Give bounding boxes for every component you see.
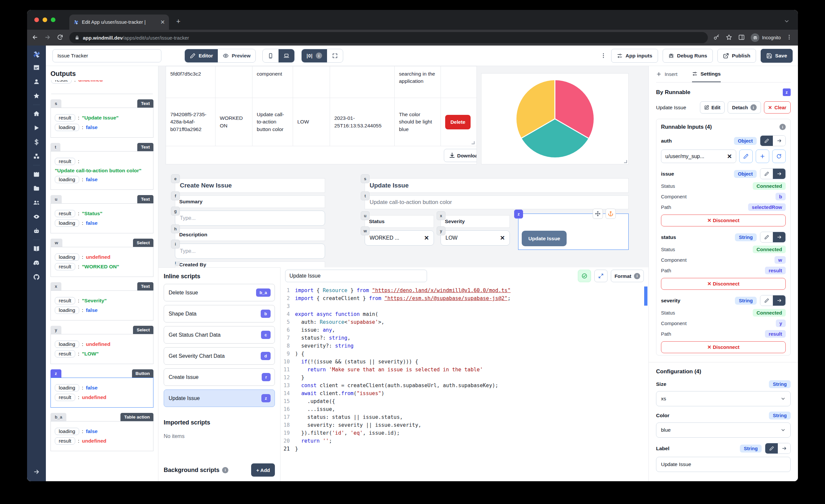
connect-mode-button[interactable] — [773, 136, 785, 146]
script-item-b_a[interactable]: Delete Issueb_a — [164, 284, 275, 301]
format-button[interactable]: Formati — [611, 270, 644, 282]
connect-mode-button[interactable] — [773, 169, 785, 179]
output-block-b_a[interactable]: b_aTable actionloading:falseresult:undef… — [51, 413, 153, 451]
collapse-arrow-icon[interactable] — [33, 469, 40, 475]
resize-handle[interactable] — [471, 141, 474, 144]
edit-runnable-button[interactable]: Edit — [700, 101, 725, 114]
star-icon[interactable] — [33, 92, 40, 99]
static-mode-button[interactable] — [760, 232, 773, 242]
disconnect-button[interactable]: ✕ Disconnect — [661, 215, 786, 226]
clear-select-icon[interactable]: ✕ — [424, 234, 429, 241]
severity-select[interactable]: y LOW ✕ — [441, 230, 510, 245]
bot-icon[interactable] — [33, 227, 40, 234]
script-item-z[interactable]: Update Issuez — [164, 389, 275, 407]
color-select[interactable]: blue — [656, 423, 791, 438]
save-button[interactable]: Save — [761, 49, 793, 63]
output-block-z[interactable]: zButtonloading:falseresult:undefined — [51, 369, 153, 408]
static-mode-button[interactable] — [760, 295, 773, 306]
windmill-logo[interactable] — [32, 50, 41, 59]
publish-button[interactable]: Publish — [718, 49, 756, 63]
status-select[interactable]: w WORKED ... ✕ — [365, 230, 434, 245]
static-mode-button[interactable] — [760, 169, 773, 179]
output-block-w[interactable]: wSelectloading:undefinedresult:"WORKED O… — [51, 239, 153, 277]
anchor-icon[interactable] — [606, 209, 616, 219]
window-controls[interactable] — [34, 17, 56, 22]
resize-handle[interactable] — [624, 160, 627, 163]
add-resource-button[interactable] — [756, 149, 769, 163]
code-area[interactable]: 1import { Resource } from "https://deno.… — [281, 285, 649, 481]
boxes-icon[interactable] — [33, 153, 40, 160]
create-issue-title[interactable]: e Create New Issue — [175, 178, 325, 193]
back-icon[interactable] — [32, 34, 39, 41]
output-block-x[interactable]: xTextresult:"Severity"loading:false — [51, 282, 153, 320]
output-block-s[interactable]: sTextresult:"Update Issue"loading:false — [51, 99, 153, 138]
input-mode-toggle[interactable] — [760, 168, 786, 179]
dollar-icon[interactable] — [33, 139, 40, 146]
static-mode-button[interactable] — [760, 136, 773, 146]
play-icon[interactable] — [33, 125, 40, 131]
output-block-t[interactable]: tTextresult:"Update call-to-action butto… — [51, 143, 153, 190]
tab-close-icon[interactable]: ✕ — [160, 19, 165, 26]
home-icon[interactable] — [33, 110, 40, 117]
lint-ok-button[interactable] — [578, 270, 591, 282]
discord-icon[interactable] — [33, 260, 40, 266]
delete-row-button[interactable]: Delete — [445, 115, 470, 129]
toolbar-menu-icon[interactable] — [600, 53, 607, 59]
output-block-partial[interactable]: result:undefined — [51, 80, 153, 94]
selected-issue-text[interactable]: t Update call-to-action button color — [365, 195, 629, 209]
tabs-chevron-icon[interactable] — [784, 18, 790, 24]
app-inputs-button[interactable]: App inputs — [611, 49, 658, 63]
issues-table[interactable]: 5fd0f7d5c3c2 component searching in the … — [166, 66, 477, 164]
detach-button[interactable]: Detachi — [728, 101, 761, 114]
layout-guides-button[interactable]: |0|i — [302, 49, 327, 62]
tab-insert[interactable]: Insert — [656, 66, 677, 82]
disconnect-button[interactable]: ✕ Disconnect — [661, 341, 786, 353]
severity-pie-chart[interactable] — [481, 73, 629, 164]
script-item-b[interactable]: Shape Datab — [164, 305, 275, 322]
folder-icon[interactable] — [33, 185, 40, 192]
tab-settings[interactable]: Settings — [692, 66, 721, 82]
update-issue-button[interactable]: Update Issue — [522, 231, 567, 246]
edit-resource-button[interactable] — [739, 149, 753, 163]
close-window-button[interactable] — [34, 17, 39, 22]
expand-editor-button[interactable] — [594, 270, 607, 282]
summary-label[interactable]: f Summary — [175, 195, 325, 208]
fullscreen-button[interactable] — [327, 49, 343, 62]
eye-icon[interactable] — [33, 213, 40, 220]
script-item-r[interactable]: Create Issuer — [164, 368, 275, 386]
update-issue-title[interactable]: s Update Issue — [365, 178, 629, 193]
input-mode-toggle[interactable] — [760, 295, 786, 306]
desktop-view-button[interactable] — [279, 49, 294, 62]
bookmark-star-icon[interactable] — [726, 34, 733, 41]
connect-mode-button[interactable] — [778, 443, 791, 453]
new-tab-button[interactable]: + — [176, 18, 180, 25]
debug-runs-button[interactable]: Debug Runs — [663, 49, 713, 63]
script-item-d[interactable]: Get Severity Chart Datad — [164, 347, 275, 365]
editor-scrollbar[interactable] — [644, 286, 648, 306]
calendar-icon[interactable] — [33, 171, 40, 177]
clear-resource-icon[interactable]: ✕ — [727, 153, 732, 160]
move-handle-icon[interactable] — [593, 209, 603, 219]
description-label[interactable]: h Description — [175, 228, 325, 241]
refresh-resource-button[interactable] — [772, 149, 786, 163]
password-key-icon[interactable] — [713, 34, 721, 41]
script-name-input[interactable]: Update Issue — [285, 270, 427, 282]
script-item-c[interactable]: Get Status Chart Datac — [164, 326, 275, 344]
update-button-container-selected[interactable]: z Update Issue — [518, 214, 629, 250]
app-name-input[interactable]: Issue Tracker — [53, 49, 161, 62]
connect-mode-button[interactable] — [773, 295, 785, 306]
resource-input[interactable]: u/user/my_sup...✕ — [661, 149, 736, 163]
label-input[interactable]: Update Issue — [656, 457, 791, 472]
reload-icon[interactable] — [57, 34, 64, 41]
severity-label[interactable]: x Severity — [441, 215, 510, 228]
clear-button[interactable]: ✕Clear — [764, 101, 791, 114]
browser-tab[interactable]: Edit App u/user/issue-tracker | ✕ — [69, 14, 169, 30]
clear-select-icon[interactable]: ✕ — [500, 234, 505, 241]
book-icon[interactable] — [33, 245, 40, 252]
createdby-label[interactable]: j Created By — [175, 262, 325, 267]
minimize-window-button[interactable] — [43, 17, 47, 22]
user-icon[interactable] — [33, 78, 40, 85]
input-mode-toggle[interactable] — [760, 232, 786, 242]
input-mode-toggle[interactable] — [760, 135, 786, 146]
preview-mode-button[interactable]: Preview — [218, 49, 255, 62]
